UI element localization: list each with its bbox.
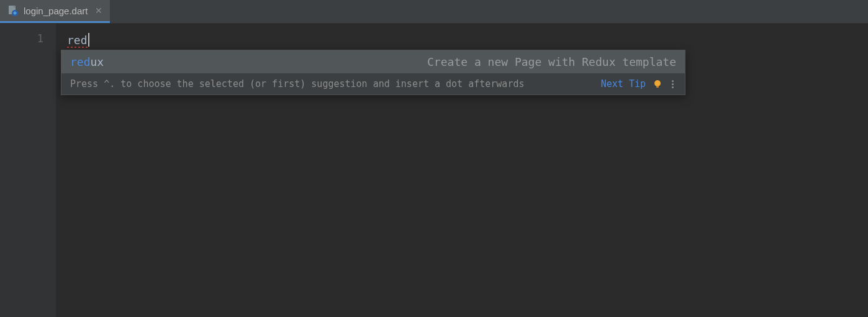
editor-area: 1 red redux Create a new Page with Redux…: [0, 24, 868, 317]
code-line-1: red: [67, 32, 868, 47]
file-tab[interactable]: login_page.dart ✕: [0, 0, 110, 23]
suggestion-match: red: [70, 55, 91, 68]
svg-point-3: [654, 80, 661, 86]
suggestion-label: redux: [70, 55, 104, 68]
lightbulb-icon[interactable]: [652, 78, 663, 90]
code-area[interactable]: red redux Create a new Page with Redux t…: [56, 24, 868, 317]
line-gutter: 1: [0, 24, 56, 317]
tab-filename: login_page.dart: [24, 6, 88, 16]
typed-text: red: [67, 34, 88, 47]
dart-file-icon: [7, 5, 19, 16]
more-options-icon[interactable]: [669, 80, 676, 88]
text-cursor: [88, 33, 89, 47]
close-tab-icon[interactable]: ✕: [95, 6, 102, 16]
suggestion-item[interactable]: redux Create a new Page with Redux templ…: [61, 50, 685, 73]
line-number: 1: [0, 32, 43, 45]
suggestion-rest: ux: [91, 55, 104, 68]
suggestion-description: Create a new Page with Redux template: [427, 55, 676, 68]
tip-text: Press ^. to choose the selected (or firs…: [70, 78, 595, 90]
autocomplete-popup: redux Create a new Page with Redux templ…: [61, 50, 685, 95]
next-tip-link[interactable]: Next Tip: [601, 78, 646, 90]
tab-bar: login_page.dart ✕: [0, 0, 868, 24]
svg-rect-4: [656, 86, 659, 88]
tip-bar: Press ^. to choose the selected (or firs…: [61, 73, 685, 94]
